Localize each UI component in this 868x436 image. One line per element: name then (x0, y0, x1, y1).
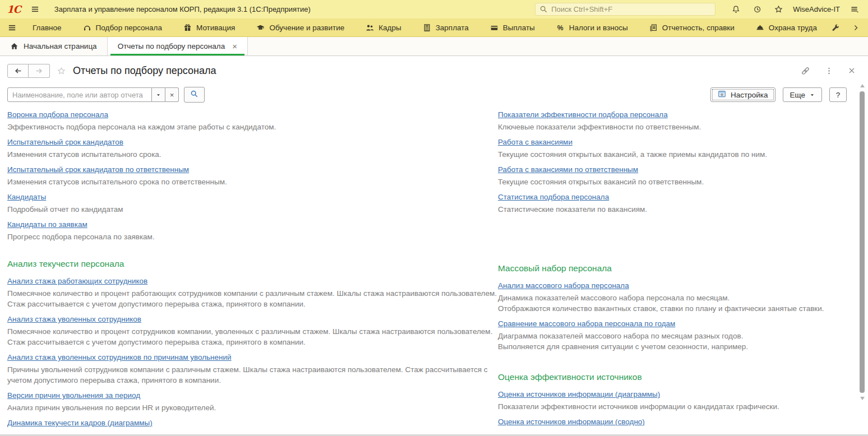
menubar-item[interactable]: Обучение и развитие (246, 18, 355, 36)
forward-button[interactable] (29, 64, 50, 78)
report-link[interactable]: Анализ стажа уволенных сотрудников (7, 314, 141, 324)
scroll-down-icon[interactable] (860, 397, 865, 400)
report-item: Оценка источников информации (диаграммы)… (498, 389, 834, 412)
global-search[interactable] (535, 3, 715, 16)
service-functions-icon[interactable] (830, 21, 841, 34)
helmet-icon (756, 24, 764, 32)
report-description: Изменения статусов испытательного срока. (7, 149, 498, 160)
report-link[interactable]: Работа с вакансиями по ответственным (498, 164, 638, 175)
menubar-item[interactable]: Подбор персонала (72, 18, 173, 36)
report-link[interactable]: Версии причин увольнения за период (7, 390, 140, 401)
report-link[interactable]: Оценка источников информации (сводно) (498, 416, 645, 427)
notifications-icon[interactable] (729, 3, 742, 16)
menubar-item[interactable]: Кадры (355, 18, 412, 36)
toolbar: × Настройка Еще ? (7, 87, 860, 103)
toolbar-right: Настройка Еще ? (710, 87, 860, 102)
report-section: Показатели эффективности подбора персона… (498, 109, 834, 247)
report-description: Помесячное количество и процент работающ… (7, 288, 498, 309)
tab[interactable]: Отчеты по подбору персонала × (108, 37, 248, 55)
menubar-item[interactable]: Главное (22, 18, 72, 36)
tab[interactable]: Начальная страница (0, 37, 108, 55)
report-description: Текущие состояния открытых вакансий, а т… (498, 149, 834, 160)
menubar-item[interactable]: Выплаты (479, 18, 546, 36)
history-nav (7, 64, 50, 78)
page-header: Отчеты по подбору персонала (7, 61, 860, 81)
menubar-item-label: Налоги и взносы (569, 24, 628, 32)
report-item: Анализ стажа работающих сотрудников Поме… (7, 276, 498, 309)
card-icon (490, 24, 498, 32)
report-description: Диаграмма показателей массового набора п… (498, 331, 834, 352)
report-link[interactable]: Кандидаты по заявкам (7, 219, 87, 230)
menubar-item-label: Главное (33, 24, 62, 32)
report-section: Оценка эффективности источников Оценка и… (498, 372, 834, 427)
main-menu-icon[interactable] (29, 3, 42, 16)
window-actions (801, 66, 860, 76)
report-description: Динамика показателей массового набора пе… (498, 293, 834, 314)
page-title: Отчеты по подбору персонала (73, 65, 216, 77)
global-search-input[interactable] (551, 5, 711, 13)
add-favorite-icon[interactable] (57, 67, 66, 75)
tab-label: Начальная страница (24, 42, 97, 50)
help-button[interactable]: ? (829, 87, 847, 102)
favorites-icon[interactable] (772, 3, 785, 16)
report-item: Сравнение массового набора персонала по … (498, 318, 834, 352)
more-actions-icon[interactable] (825, 67, 833, 75)
user-label: WiseAdvice-IT (793, 5, 840, 13)
report-item: Версии причин увольнения за период Анали… (7, 390, 498, 413)
report-link[interactable]: Испытательный срок кандидатов по ответст… (7, 164, 189, 175)
report-link[interactable]: Показатели эффективности подбора персона… (498, 109, 668, 120)
settings-button[interactable]: Настройка (710, 87, 775, 102)
report-icon (649, 24, 658, 32)
menubar-item[interactable]: Охрана труда (745, 18, 828, 36)
report-item: Анализ массового набора персонала Динами… (498, 280, 834, 314)
user-menu-icon[interactable] (848, 3, 861, 16)
menubar-item[interactable]: Мотивация (173, 18, 246, 36)
report-description: Изменения статусов испытательного срока … (7, 177, 498, 187)
more-button[interactable]: Еще (783, 87, 822, 102)
scroll-up-icon[interactable] (860, 84, 865, 87)
report-link[interactable]: Сравнение массового набора персонала по … (498, 318, 675, 329)
report-link[interactable]: Кандидаты (7, 192, 46, 202)
back-button[interactable] (7, 64, 29, 78)
search-dropdown-button[interactable] (152, 87, 165, 102)
menubar: Главное Подбор персонала Мотивация Обуче… (0, 18, 868, 37)
section-header: Оценка эффективности источников (498, 372, 834, 382)
tab-close-icon[interactable]: × (232, 42, 237, 50)
expand-menu-icon[interactable] (850, 21, 861, 34)
report-description: Помесячное количество и процент сотрудни… (7, 326, 498, 347)
menubar-item-label: Зарплата (436, 24, 469, 32)
report-link[interactable]: Динамика текучести кадров (диаграммы) (7, 418, 153, 428)
menubar-item[interactable]: Отчетность, справки (639, 18, 745, 36)
1c-logo: 1С (7, 4, 23, 15)
report-link[interactable]: Анализ стажа работающих сотрудников (7, 276, 147, 286)
report-item: Анализ стажа уволенных сотрудников по пр… (7, 352, 498, 386)
settings-icon (718, 90, 726, 100)
search-icon (190, 90, 198, 100)
search-clear-button[interactable]: × (165, 87, 179, 102)
titlebar: 1С Зарплата и управление персоналом КОРП… (0, 0, 868, 18)
sections-panel-icon[interactable] (6, 18, 22, 36)
report-item: Статистика подбора персонала Статистичес… (498, 192, 834, 215)
report-link[interactable]: Воронка подбора персонала (7, 109, 108, 120)
report-item: Показатели эффективности подбора персона… (498, 109, 834, 132)
menubar-item[interactable]: % Налоги и взносы (546, 18, 639, 36)
history-icon[interactable] (750, 3, 764, 16)
report-link[interactable]: Статистика подбора персонала (498, 192, 609, 202)
report-link[interactable]: Анализ стажа уволенных сотрудников по пр… (7, 352, 232, 363)
menubar-tools (830, 18, 862, 36)
report-search-input[interactable] (7, 87, 152, 102)
report-item: Кандидаты Подробный отчет по кандидатам (7, 192, 498, 215)
report-item: Испытательный срок кандидатов Изменения … (7, 137, 498, 160)
menubar-item[interactable]: Зарплата (412, 18, 479, 36)
search-button[interactable] (184, 87, 205, 103)
close-icon[interactable] (848, 67, 856, 75)
get-link-icon[interactable] (801, 66, 810, 76)
report-link[interactable]: Работа с вакансиями (498, 137, 572, 147)
report-link[interactable]: Испытательный срок кандидатов (7, 137, 123, 147)
scrollbar-thumb[interactable] (860, 91, 865, 393)
report-link[interactable]: Оценка источников информации (диаграммы) (498, 389, 660, 400)
left-column: Воронка подбора персонала Эффективность … (7, 109, 498, 433)
report-search-group: × (7, 87, 179, 102)
report-link[interactable]: Анализ массового набора персонала (498, 280, 629, 291)
menubar-item-label: Кадры (378, 24, 401, 32)
